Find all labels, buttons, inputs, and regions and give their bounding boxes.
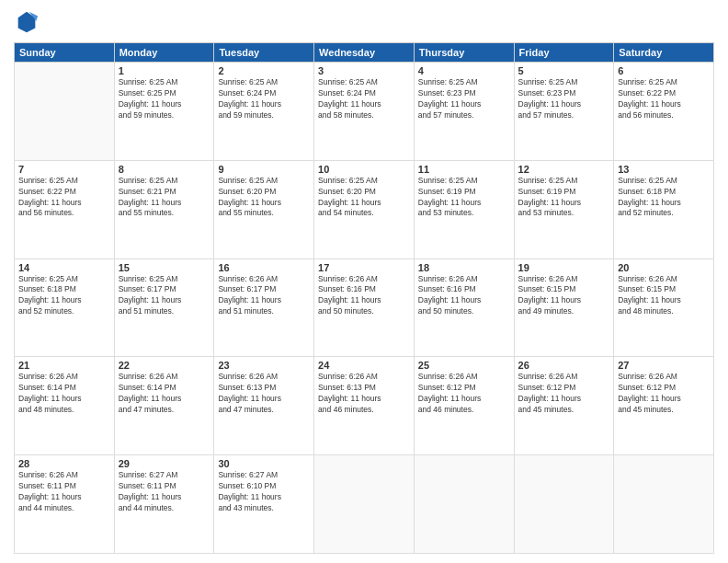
cell-info: Sunrise: 6:25 AMSunset: 6:25 PMDaylight:… bbox=[119, 77, 210, 121]
calendar-cell: 22Sunrise: 6:26 AMSunset: 6:14 PMDayligh… bbox=[114, 357, 214, 455]
calendar-header-cell: Thursday bbox=[414, 43, 514, 63]
calendar-cell: 9Sunrise: 6:25 AMSunset: 6:20 PMDaylight… bbox=[214, 160, 314, 259]
day-number: 22 bbox=[119, 360, 210, 371]
cell-info: Sunrise: 6:26 AMSunset: 6:14 PMDaylight:… bbox=[18, 372, 110, 416]
cell-info: Sunrise: 6:25 AMSunset: 6:20 PMDaylight:… bbox=[318, 176, 410, 220]
day-number: 11 bbox=[418, 164, 510, 175]
calendar-cell bbox=[314, 455, 415, 554]
day-number: 14 bbox=[18, 262, 110, 273]
day-number: 15 bbox=[119, 262, 210, 273]
calendar-cell: 6Sunrise: 6:25 AMSunset: 6:22 PMDaylight… bbox=[614, 63, 714, 161]
cell-info: Sunrise: 6:26 AMSunset: 6:17 PMDaylight:… bbox=[218, 274, 310, 318]
calendar-cell: 17Sunrise: 6:26 AMSunset: 6:16 PMDayligh… bbox=[314, 259, 415, 357]
logo-icon bbox=[14, 9, 40, 35]
calendar-cell: 25Sunrise: 6:26 AMSunset: 6:12 PMDayligh… bbox=[414, 357, 514, 455]
day-number: 9 bbox=[218, 164, 310, 175]
cell-info: Sunrise: 6:25 AMSunset: 6:18 PMDaylight:… bbox=[618, 176, 710, 220]
calendar-cell: 28Sunrise: 6:26 AMSunset: 6:11 PMDayligh… bbox=[15, 455, 115, 554]
calendar-row: 14Sunrise: 6:25 AMSunset: 6:18 PMDayligh… bbox=[15, 259, 714, 357]
calendar-header-cell: Tuesday bbox=[214, 43, 314, 63]
calendar-cell: 13Sunrise: 6:25 AMSunset: 6:18 PMDayligh… bbox=[614, 160, 714, 259]
cell-info: Sunrise: 6:26 AMSunset: 6:12 PMDaylight:… bbox=[618, 372, 710, 416]
cell-info: Sunrise: 6:25 AMSunset: 6:24 PMDaylight:… bbox=[318, 77, 410, 121]
calendar-cell: 27Sunrise: 6:26 AMSunset: 6:12 PMDayligh… bbox=[614, 357, 714, 455]
calendar-cell: 5Sunrise: 6:25 AMSunset: 6:23 PMDaylight… bbox=[514, 63, 614, 161]
calendar-header-cell: Wednesday bbox=[314, 43, 415, 63]
calendar-cell: 21Sunrise: 6:26 AMSunset: 6:14 PMDayligh… bbox=[15, 357, 115, 455]
cell-info: Sunrise: 6:26 AMSunset: 6:13 PMDaylight:… bbox=[318, 372, 410, 416]
day-number: 10 bbox=[318, 164, 410, 175]
calendar-row: 7Sunrise: 6:25 AMSunset: 6:22 PMDaylight… bbox=[15, 160, 714, 259]
calendar-cell: 11Sunrise: 6:25 AMSunset: 6:19 PMDayligh… bbox=[414, 160, 514, 259]
calendar-cell: 7Sunrise: 6:25 AMSunset: 6:22 PMDaylight… bbox=[15, 160, 115, 259]
day-number: 16 bbox=[218, 262, 310, 273]
calendar-header-cell: Sunday bbox=[15, 43, 115, 63]
day-number: 6 bbox=[618, 65, 710, 76]
logo bbox=[14, 9, 43, 35]
day-number: 8 bbox=[119, 164, 210, 175]
day-number: 29 bbox=[119, 458, 210, 469]
calendar-cell: 15Sunrise: 6:25 AMSunset: 6:17 PMDayligh… bbox=[114, 259, 214, 357]
calendar-body: 1Sunrise: 6:25 AMSunset: 6:25 PMDaylight… bbox=[15, 63, 714, 554]
cell-info: Sunrise: 6:25 AMSunset: 6:22 PMDaylight:… bbox=[618, 77, 710, 121]
cell-info: Sunrise: 6:26 AMSunset: 6:15 PMDaylight:… bbox=[618, 274, 710, 318]
day-number: 17 bbox=[318, 262, 410, 273]
cell-info: Sunrise: 6:27 AMSunset: 6:10 PMDaylight:… bbox=[218, 470, 310, 514]
cell-info: Sunrise: 6:25 AMSunset: 6:22 PMDaylight:… bbox=[18, 176, 110, 220]
day-number: 3 bbox=[318, 65, 410, 76]
day-number: 18 bbox=[418, 262, 510, 273]
cell-info: Sunrise: 6:26 AMSunset: 6:15 PMDaylight:… bbox=[518, 274, 610, 318]
calendar-cell: 29Sunrise: 6:27 AMSunset: 6:11 PMDayligh… bbox=[114, 455, 214, 554]
day-number: 7 bbox=[18, 164, 110, 175]
calendar-header-row: SundayMondayTuesdayWednesdayThursdayFrid… bbox=[15, 43, 714, 63]
calendar-cell bbox=[414, 455, 514, 554]
calendar-row: 1Sunrise: 6:25 AMSunset: 6:25 PMDaylight… bbox=[15, 63, 714, 161]
calendar-cell: 18Sunrise: 6:26 AMSunset: 6:16 PMDayligh… bbox=[414, 259, 514, 357]
calendar-header-cell: Friday bbox=[514, 43, 614, 63]
cell-info: Sunrise: 6:26 AMSunset: 6:16 PMDaylight:… bbox=[418, 274, 510, 318]
day-number: 21 bbox=[18, 360, 110, 371]
calendar-cell bbox=[514, 455, 614, 554]
calendar-cell: 30Sunrise: 6:27 AMSunset: 6:10 PMDayligh… bbox=[214, 455, 314, 554]
calendar-header-cell: Monday bbox=[114, 43, 214, 63]
cell-info: Sunrise: 6:26 AMSunset: 6:14 PMDaylight:… bbox=[119, 372, 210, 416]
cell-info: Sunrise: 6:25 AMSunset: 6:17 PMDaylight:… bbox=[119, 274, 210, 318]
day-number: 24 bbox=[318, 360, 410, 371]
day-number: 2 bbox=[218, 65, 310, 76]
calendar-cell: 23Sunrise: 6:26 AMSunset: 6:13 PMDayligh… bbox=[214, 357, 314, 455]
cell-info: Sunrise: 6:25 AMSunset: 6:23 PMDaylight:… bbox=[418, 77, 510, 121]
calendar-cell: 24Sunrise: 6:26 AMSunset: 6:13 PMDayligh… bbox=[314, 357, 415, 455]
cell-info: Sunrise: 6:26 AMSunset: 6:13 PMDaylight:… bbox=[218, 372, 310, 416]
cell-info: Sunrise: 6:25 AMSunset: 6:24 PMDaylight:… bbox=[218, 77, 310, 121]
day-number: 26 bbox=[518, 360, 610, 371]
day-number: 4 bbox=[418, 65, 510, 76]
calendar-cell: 3Sunrise: 6:25 AMSunset: 6:24 PMDaylight… bbox=[314, 63, 415, 161]
calendar-row: 28Sunrise: 6:26 AMSunset: 6:11 PMDayligh… bbox=[15, 455, 714, 554]
cell-info: Sunrise: 6:25 AMSunset: 6:20 PMDaylight:… bbox=[218, 176, 310, 220]
cell-info: Sunrise: 6:25 AMSunset: 6:23 PMDaylight:… bbox=[518, 77, 610, 121]
day-number: 5 bbox=[518, 65, 610, 76]
page-header bbox=[14, 9, 714, 35]
day-number: 27 bbox=[618, 360, 710, 371]
day-number: 13 bbox=[618, 164, 710, 175]
day-number: 20 bbox=[618, 262, 710, 273]
calendar-cell: 10Sunrise: 6:25 AMSunset: 6:20 PMDayligh… bbox=[314, 160, 415, 259]
cell-info: Sunrise: 6:26 AMSunset: 6:16 PMDaylight:… bbox=[318, 274, 410, 318]
cell-info: Sunrise: 6:26 AMSunset: 6:12 PMDaylight:… bbox=[518, 372, 610, 416]
calendar-cell bbox=[15, 63, 115, 161]
cell-info: Sunrise: 6:25 AMSunset: 6:19 PMDaylight:… bbox=[518, 176, 610, 220]
calendar-cell bbox=[614, 455, 714, 554]
calendar-cell: 4Sunrise: 6:25 AMSunset: 6:23 PMDaylight… bbox=[414, 63, 514, 161]
cell-info: Sunrise: 6:25 AMSunset: 6:18 PMDaylight:… bbox=[18, 274, 110, 318]
calendar-row: 21Sunrise: 6:26 AMSunset: 6:14 PMDayligh… bbox=[15, 357, 714, 455]
calendar-cell: 12Sunrise: 6:25 AMSunset: 6:19 PMDayligh… bbox=[514, 160, 614, 259]
day-number: 30 bbox=[218, 458, 310, 469]
calendar-cell: 16Sunrise: 6:26 AMSunset: 6:17 PMDayligh… bbox=[214, 259, 314, 357]
calendar-cell: 8Sunrise: 6:25 AMSunset: 6:21 PMDaylight… bbox=[114, 160, 214, 259]
day-number: 23 bbox=[218, 360, 310, 371]
calendar-cell: 26Sunrise: 6:26 AMSunset: 6:12 PMDayligh… bbox=[514, 357, 614, 455]
cell-info: Sunrise: 6:26 AMSunset: 6:12 PMDaylight:… bbox=[418, 372, 510, 416]
calendar-table: SundayMondayTuesdayWednesdayThursdayFrid… bbox=[14, 42, 714, 554]
day-number: 12 bbox=[518, 164, 610, 175]
calendar-header-cell: Saturday bbox=[614, 43, 714, 63]
